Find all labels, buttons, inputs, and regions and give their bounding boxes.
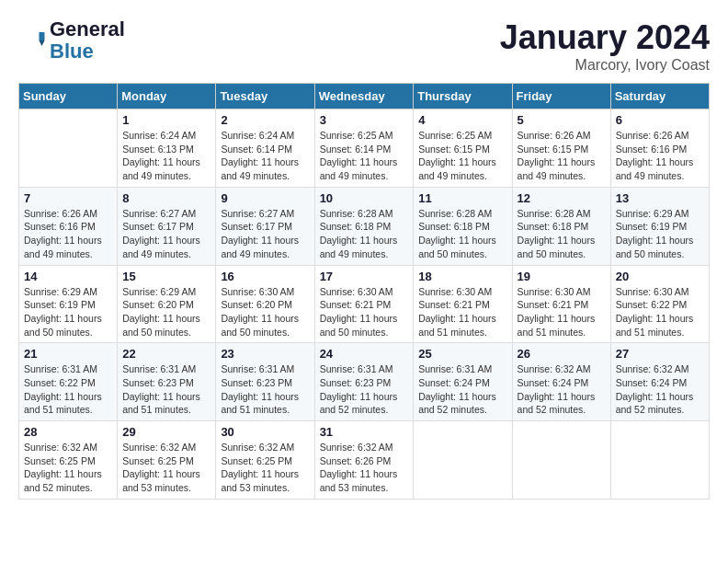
day-number: 6	[616, 113, 704, 127]
day-number: 22	[122, 347, 210, 361]
calendar-week-row: 21Sunrise: 6:31 AMSunset: 6:22 PMDayligh…	[19, 343, 710, 421]
day-info: Sunrise: 6:26 AMSunset: 6:16 PMDaylight:…	[24, 207, 112, 261]
header-day: Friday	[512, 84, 610, 109]
calendar-cell: 30Sunrise: 6:32 AMSunset: 6:25 PMDayligh…	[216, 421, 314, 500]
day-info: Sunrise: 6:30 AMSunset: 6:22 PMDaylight:…	[616, 285, 704, 339]
month-title: January 2024	[500, 18, 710, 57]
day-number: 19	[518, 270, 606, 283]
day-number: 30	[221, 425, 309, 439]
calendar-cell: 31Sunrise: 6:32 AMSunset: 6:26 PMDayligh…	[314, 421, 414, 500]
svg-marker-1	[40, 40, 45, 46]
day-number: 3	[320, 113, 409, 127]
header-day: Sunday	[19, 84, 118, 109]
header-day: Monday	[118, 84, 216, 109]
calendar-week-row: 1Sunrise: 6:24 AMSunset: 6:13 PMDaylight…	[19, 109, 710, 188]
calendar-cell: 5Sunrise: 6:26 AMSunset: 6:15 PMDaylight…	[512, 109, 610, 188]
day-number: 7	[24, 191, 112, 205]
day-info: Sunrise: 6:32 AMSunset: 6:25 PMDaylight:…	[24, 441, 112, 495]
calendar-cell: 16Sunrise: 6:30 AMSunset: 6:20 PMDayligh…	[216, 265, 314, 343]
calendar-cell: 28Sunrise: 6:32 AMSunset: 6:25 PMDayligh…	[19, 421, 118, 500]
day-info: Sunrise: 6:28 AMSunset: 6:18 PMDaylight:…	[518, 207, 606, 261]
calendar-cell	[19, 109, 118, 188]
calendar-cell: 6Sunrise: 6:26 AMSunset: 6:16 PMDaylight…	[610, 109, 709, 188]
calendar-cell: 7Sunrise: 6:26 AMSunset: 6:16 PMDaylight…	[19, 187, 118, 265]
calendar-cell: 9Sunrise: 6:27 AMSunset: 6:17 PMDaylight…	[216, 187, 314, 265]
day-info: Sunrise: 6:29 AMSunset: 6:20 PMDaylight:…	[122, 285, 210, 339]
day-info: Sunrise: 6:31 AMSunset: 6:22 PMDaylight:…	[24, 362, 112, 417]
calendar-header-row: SundayMondayTuesdayWednesdayThursdayFrid…	[19, 84, 710, 109]
day-info: Sunrise: 6:31 AMSunset: 6:23 PMDaylight:…	[221, 362, 309, 417]
calendar-table: SundayMondayTuesdayWednesdayThursdayFrid…	[18, 83, 710, 500]
calendar-cell: 15Sunrise: 6:29 AMSunset: 6:20 PMDayligh…	[118, 265, 216, 343]
day-number: 23	[221, 347, 309, 361]
calendar-cell: 11Sunrise: 6:28 AMSunset: 6:18 PMDayligh…	[414, 187, 512, 265]
calendar-cell: 25Sunrise: 6:31 AMSunset: 6:24 PMDayligh…	[414, 343, 512, 421]
day-info: Sunrise: 6:25 AMSunset: 6:14 PMDaylight:…	[320, 129, 409, 183]
logo-text: General Blue	[50, 18, 125, 63]
day-number: 8	[122, 191, 210, 205]
calendar-week-row: 28Sunrise: 6:32 AMSunset: 6:25 PMDayligh…	[19, 421, 710, 500]
calendar-cell: 3Sunrise: 6:25 AMSunset: 6:14 PMDaylight…	[314, 109, 414, 188]
day-info: Sunrise: 6:28 AMSunset: 6:18 PMDaylight:…	[320, 207, 409, 261]
day-number: 16	[221, 270, 309, 283]
day-number: 2	[221, 113, 309, 127]
calendar-cell: 2Sunrise: 6:24 AMSunset: 6:14 PMDaylight…	[216, 109, 314, 188]
day-number: 26	[518, 347, 606, 361]
day-info: Sunrise: 6:26 AMSunset: 6:15 PMDaylight:…	[518, 129, 606, 183]
calendar-cell: 17Sunrise: 6:30 AMSunset: 6:21 PMDayligh…	[314, 265, 414, 343]
day-info: Sunrise: 6:32 AMSunset: 6:24 PMDaylight:…	[616, 362, 704, 417]
subtitle: Marcory, Ivory Coast	[500, 57, 710, 74]
calendar-cell: 12Sunrise: 6:28 AMSunset: 6:18 PMDayligh…	[512, 187, 610, 265]
day-info: Sunrise: 6:26 AMSunset: 6:16 PMDaylight:…	[616, 129, 704, 183]
calendar-cell: 22Sunrise: 6:31 AMSunset: 6:23 PMDayligh…	[118, 343, 216, 421]
logo-icon	[18, 27, 46, 54]
calendar-cell: 10Sunrise: 6:28 AMSunset: 6:18 PMDayligh…	[314, 187, 414, 265]
calendar-cell: 4Sunrise: 6:25 AMSunset: 6:15 PMDaylight…	[414, 109, 512, 188]
calendar-cell	[414, 421, 512, 500]
day-number: 27	[616, 347, 704, 361]
day-number: 10	[320, 191, 409, 205]
calendar-cell: 29Sunrise: 6:32 AMSunset: 6:25 PMDayligh…	[118, 421, 216, 500]
calendar-cell: 27Sunrise: 6:32 AMSunset: 6:24 PMDayligh…	[610, 343, 709, 421]
day-number: 21	[24, 347, 112, 361]
day-info: Sunrise: 6:32 AMSunset: 6:26 PMDaylight:…	[320, 441, 409, 495]
day-info: Sunrise: 6:31 AMSunset: 6:23 PMDaylight:…	[320, 362, 409, 417]
day-number: 12	[518, 191, 606, 205]
day-info: Sunrise: 6:29 AMSunset: 6:19 PMDaylight:…	[616, 207, 704, 261]
day-number: 18	[418, 270, 506, 283]
day-info: Sunrise: 6:30 AMSunset: 6:21 PMDaylight:…	[418, 285, 506, 339]
day-info: Sunrise: 6:31 AMSunset: 6:24 PMDaylight:…	[418, 362, 506, 417]
day-number: 31	[320, 425, 409, 439]
calendar-cell: 18Sunrise: 6:30 AMSunset: 6:21 PMDayligh…	[414, 265, 512, 343]
calendar-cell: 24Sunrise: 6:31 AMSunset: 6:23 PMDayligh…	[314, 343, 414, 421]
day-number: 4	[418, 113, 506, 127]
day-number: 24	[320, 347, 409, 361]
day-info: Sunrise: 6:30 AMSunset: 6:20 PMDaylight:…	[221, 285, 309, 339]
calendar-cell: 8Sunrise: 6:27 AMSunset: 6:17 PMDaylight…	[118, 187, 216, 265]
calendar-cell: 14Sunrise: 6:29 AMSunset: 6:19 PMDayligh…	[19, 265, 118, 343]
day-info: Sunrise: 6:24 AMSunset: 6:14 PMDaylight:…	[221, 129, 309, 183]
header-day: Thursday	[414, 84, 512, 109]
title-block: January 2024 Marcory, Ivory Coast	[500, 18, 710, 74]
day-number: 15	[122, 270, 210, 283]
day-number: 28	[24, 425, 112, 439]
calendar-cell: 26Sunrise: 6:32 AMSunset: 6:24 PMDayligh…	[512, 343, 610, 421]
calendar-cell	[512, 421, 610, 500]
calendar-cell: 20Sunrise: 6:30 AMSunset: 6:22 PMDayligh…	[610, 265, 709, 343]
day-info: Sunrise: 6:27 AMSunset: 6:17 PMDaylight:…	[122, 207, 210, 261]
day-info: Sunrise: 6:31 AMSunset: 6:23 PMDaylight:…	[122, 362, 210, 417]
header-day: Tuesday	[216, 84, 314, 109]
day-info: Sunrise: 6:30 AMSunset: 6:21 PMDaylight:…	[320, 285, 409, 339]
day-number: 17	[320, 270, 409, 283]
day-number: 1	[122, 113, 210, 127]
day-info: Sunrise: 6:28 AMSunset: 6:18 PMDaylight:…	[418, 207, 506, 261]
day-number: 9	[221, 191, 309, 205]
calendar-cell	[610, 421, 709, 500]
logo: General Blue	[18, 18, 125, 63]
calendar-cell: 21Sunrise: 6:31 AMSunset: 6:22 PMDayligh…	[19, 343, 118, 421]
day-number: 20	[616, 270, 704, 283]
svg-marker-0	[40, 32, 45, 40]
day-info: Sunrise: 6:27 AMSunset: 6:17 PMDaylight:…	[221, 207, 309, 261]
calendar-week-row: 7Sunrise: 6:26 AMSunset: 6:16 PMDaylight…	[19, 187, 710, 265]
day-info: Sunrise: 6:25 AMSunset: 6:15 PMDaylight:…	[418, 129, 506, 183]
